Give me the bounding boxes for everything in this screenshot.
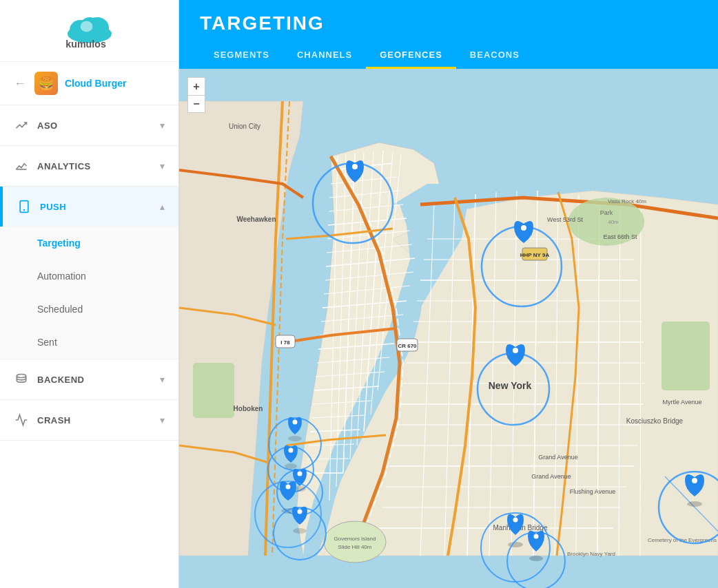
map-container[interactable]: + − <box>179 69 718 588</box>
kumulos-logo: kumulos <box>62 12 117 50</box>
svg-text:Grand Avenue: Grand Avenue <box>531 473 571 480</box>
sidebar-item-scheduled[interactable]: Scheduled <box>0 293 178 326</box>
chevron-up-icon-push: ▴ <box>160 201 165 212</box>
svg-point-99 <box>324 521 386 563</box>
tab-beacons[interactable]: BEACONS <box>456 43 533 69</box>
nav-item-backend[interactable]: BACKEND ▾ <box>0 359 178 399</box>
svg-text:kumulos: kumulos <box>65 39 106 50</box>
svg-point-139 <box>534 534 539 539</box>
svg-text:Hoboken: Hoboken <box>234 405 263 412</box>
nav-section-aso: ASO ▾ <box>0 105 178 146</box>
svg-point-9 <box>17 375 25 378</box>
chevron-down-icon-crash: ▾ <box>160 414 165 426</box>
svg-text:Weehawken: Weehawken <box>236 216 276 223</box>
top-header: TARGETING SEGMENTS CHANNELS GEOFENCES BE… <box>179 0 718 69</box>
svg-point-118 <box>288 436 302 441</box>
sent-label: Sent <box>37 337 57 348</box>
svg-text:Union City: Union City <box>229 123 260 130</box>
svg-text:Vista Rock 40m: Vista Rock 40m <box>608 198 646 204</box>
sidebar: kumulos ← 🍔 Cloud Burger ASO ▾ <box>0 0 179 588</box>
svg-point-106 <box>352 164 358 169</box>
svg-text:Flushing Avenue: Flushing Avenue <box>570 488 615 495</box>
tab-segments[interactable]: SEGMENTS <box>200 43 283 69</box>
aso-icon <box>14 118 29 133</box>
svg-point-130 <box>293 528 307 534</box>
scheduled-label: Scheduled <box>37 304 83 315</box>
nav-label-backend: BACKEND <box>37 375 160 385</box>
svg-point-133 <box>692 478 697 483</box>
chevron-down-icon-backend: ▾ <box>160 374 165 385</box>
nav-label-analytics: ANALYTICS <box>37 161 160 171</box>
svg-text:East 66th St: East 66th St <box>603 233 637 240</box>
sidebar-item-automation[interactable]: Automation <box>0 260 178 293</box>
push-sub-nav: Targeting Automation Scheduled Sent <box>0 227 178 359</box>
svg-point-117 <box>293 420 298 425</box>
svg-text:CR 670: CR 670 <box>398 343 417 349</box>
nav-item-analytics[interactable]: ANALYTICS ▾ <box>0 146 178 186</box>
svg-point-120 <box>289 448 294 453</box>
back-arrow-icon[interactable]: ← <box>14 76 26 91</box>
nav-section-backend: BACKEND ▾ <box>0 359 178 400</box>
svg-rect-75 <box>193 363 234 418</box>
svg-text:Park: Park <box>600 209 613 216</box>
zoom-in-button[interactable]: + <box>187 77 205 95</box>
svg-text:West 53rd St: West 53rd St <box>547 216 583 223</box>
tab-channels[interactable]: CHANNELS <box>283 43 366 69</box>
push-icon <box>17 199 32 214</box>
svg-text:Governors Island: Governors Island <box>334 536 376 542</box>
zoom-out-button[interactable]: − <box>187 95 205 113</box>
app-name: Cloud Burger <box>65 78 126 89</box>
main-content: TARGETING SEGMENTS CHANNELS GEOFENCES BE… <box>179 0 718 588</box>
svg-point-109 <box>521 225 526 231</box>
map-controls: + − <box>187 77 205 113</box>
nav-item-crash[interactable]: CRASH ▾ <box>0 400 178 440</box>
svg-point-137 <box>508 542 523 547</box>
svg-point-123 <box>298 472 302 476</box>
app-icon: 🍔 <box>34 72 58 95</box>
svg-point-121 <box>285 463 297 469</box>
svg-point-136 <box>513 518 518 523</box>
svg-text:Slide Hill 40m: Slide Hill 40m <box>338 544 372 550</box>
sidebar-item-sent[interactable]: Sent <box>0 326 178 359</box>
svg-text:HHP NY 9A: HHP NY 9A <box>520 252 550 258</box>
svg-text:New York: New York <box>489 380 532 391</box>
nav-section-analytics: ANALYTICS ▾ <box>0 146 178 187</box>
analytics-icon <box>14 158 29 174</box>
targeting-label: Targeting <box>37 238 81 249</box>
logo-area: kumulos <box>0 0 178 62</box>
automation-label: Automation <box>37 271 86 282</box>
nav-section-crash: CRASH ▾ <box>0 400 178 441</box>
sidebar-item-targeting[interactable]: Targeting <box>0 227 178 260</box>
nav-label-crash: CRASH <box>37 415 160 426</box>
chevron-down-icon-analytics: ▾ <box>160 160 165 171</box>
svg-text:I 78: I 78 <box>280 339 290 346</box>
svg-point-129 <box>298 510 302 514</box>
chevron-down-icon: ▾ <box>160 120 165 131</box>
page-title: TARGETING <box>200 12 697 34</box>
crash-icon <box>14 412 29 428</box>
app-selector[interactable]: ← 🍔 Cloud Burger <box>0 62 178 105</box>
nav-label-push: PUSH <box>40 202 160 212</box>
svg-text:Kosciuszko Bridge: Kosciuszko Bridge <box>626 417 684 425</box>
nav-item-push[interactable]: PUSH ▴ <box>0 187 178 227</box>
svg-point-140 <box>529 556 543 561</box>
tab-geofences[interactable]: GEOFENCES <box>366 43 456 69</box>
nav-label-aso: ASO <box>37 120 160 131</box>
tab-bar: SEGMENTS CHANNELS GEOFENCES BEACONS <box>200 43 697 69</box>
svg-point-126 <box>286 485 291 490</box>
svg-rect-74 <box>661 322 710 390</box>
svg-text:Myrtle Avenue: Myrtle Avenue <box>663 399 702 406</box>
svg-point-4 <box>80 21 92 32</box>
svg-text:40m: 40m <box>608 219 619 225</box>
svg-text:Grand Avenue: Grand Avenue <box>538 454 577 461</box>
nav-item-aso[interactable]: ASO ▾ <box>0 105 178 145</box>
map-svg: I 78 CR 670 HHP NY 9A 1 278 Weehawken Ho… <box>179 69 718 588</box>
nav-section-push: PUSH ▴ Targeting Automation Scheduled Se… <box>0 187 178 359</box>
svg-point-115 <box>513 348 518 353</box>
svg-point-134 <box>687 501 702 507</box>
backend-icon <box>14 372 29 387</box>
svg-text:Brooklyn Navy Yard: Brooklyn Navy Yard <box>567 551 615 557</box>
